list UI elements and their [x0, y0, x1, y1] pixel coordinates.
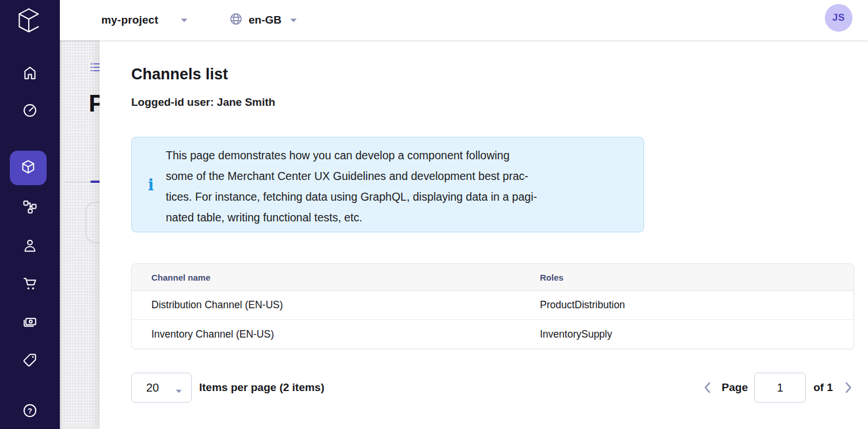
chevron-down-icon	[180, 15, 188, 25]
discounts-tag-icon	[22, 352, 38, 368]
pagination-bar: 20 Items per page (2 items) Page o	[131, 373, 854, 403]
cell-channel-name: Distribution Channel (EN-US)	[132, 299, 540, 311]
chevron-down-icon	[175, 386, 182, 396]
sidebar-item-help[interactable]: ?	[0, 403, 60, 419]
info-banner: i This page demonstrates how you can dev…	[131, 137, 644, 232]
sidebar-item-customers[interactable]	[0, 238, 60, 254]
orders-cart-icon	[22, 275, 38, 292]
help-icon: ?	[22, 403, 38, 419]
chevron-down-icon	[290, 15, 298, 25]
page-title: Channels list	[131, 66, 228, 83]
sidebar-item-categories[interactable]	[0, 198, 60, 215]
items-per-page-value: 20	[146, 381, 159, 394]
app-header: my-project en-GB JS	[60, 0, 868, 40]
previous-page-icon[interactable]	[702, 381, 713, 394]
sidebar-item-orders[interactable]	[0, 275, 60, 292]
sidebar-item-dashboard[interactable]	[0, 102, 60, 118]
home-icon	[22, 65, 38, 81]
sidebar-item-home[interactable]	[0, 65, 60, 81]
locale-switcher[interactable]: en-GB	[229, 0, 298, 40]
cell-channel-name: Inventory Channel (EN-US)	[132, 328, 540, 340]
project-name: my-project	[101, 14, 158, 26]
locale-label: en-GB	[249, 14, 281, 26]
commercetools-logo-icon[interactable]	[16, 6, 42, 35]
sidebar: ?	[0, 0, 60, 429]
svg-text:?: ?	[28, 407, 32, 415]
dashboard-gauge-icon	[22, 102, 38, 118]
sidebar-item-products-active[interactable]	[10, 151, 47, 185]
workspace-backdrop: P Channels list Logged-id user: Jane Smi…	[60, 40, 868, 429]
channels-table: Channel name Roles Distribution Channel …	[131, 263, 854, 349]
project-switcher[interactable]: my-project	[101, 0, 188, 40]
cell-roles: ProductDistribution	[540, 299, 854, 311]
customers-person-icon	[22, 238, 38, 254]
logged-in-user-text: Logged-id user: Jane Smith	[131, 96, 275, 109]
payments-banknote-icon	[22, 313, 38, 330]
channels-panel: Channels list Logged-id user: Jane Smith…	[100, 40, 868, 429]
products-cube-icon	[20, 159, 36, 177]
avatar-initials: JS	[832, 12, 845, 24]
page-label: Page	[722, 381, 748, 394]
table-row[interactable]: Inventory Channel (EN-US) InventorySuppl…	[132, 320, 854, 348]
items-per-page-select[interactable]: 20	[131, 373, 192, 403]
categories-network-icon	[22, 198, 38, 215]
table-row[interactable]: Distribution Channel (EN-US) ProductDist…	[132, 291, 854, 320]
column-header-channel-name[interactable]: Channel name	[132, 273, 540, 282]
page-number-input[interactable]	[754, 373, 806, 403]
sidebar-item-payments[interactable]	[0, 313, 60, 330]
column-header-roles[interactable]: Roles	[540, 273, 854, 282]
cell-roles: InventorySupply	[540, 328, 854, 340]
globe-icon	[229, 12, 243, 28]
user-avatar[interactable]: JS	[825, 4, 852, 32]
items-per-page-label: Items per page (2 items)	[199, 381, 325, 394]
info-icon: i	[148, 177, 154, 193]
page-navigation: Page of 1	[702, 373, 854, 403]
next-page-icon[interactable]	[843, 381, 854, 394]
sidebar-item-discounts[interactable]	[0, 352, 60, 368]
table-header-row: Channel name Roles	[132, 264, 854, 291]
page-total-label: of 1	[813, 381, 833, 394]
app-root: ? my-project en-GB	[0, 0, 868, 429]
info-banner-text: This page demonstrates how you can devel…	[166, 145, 632, 228]
